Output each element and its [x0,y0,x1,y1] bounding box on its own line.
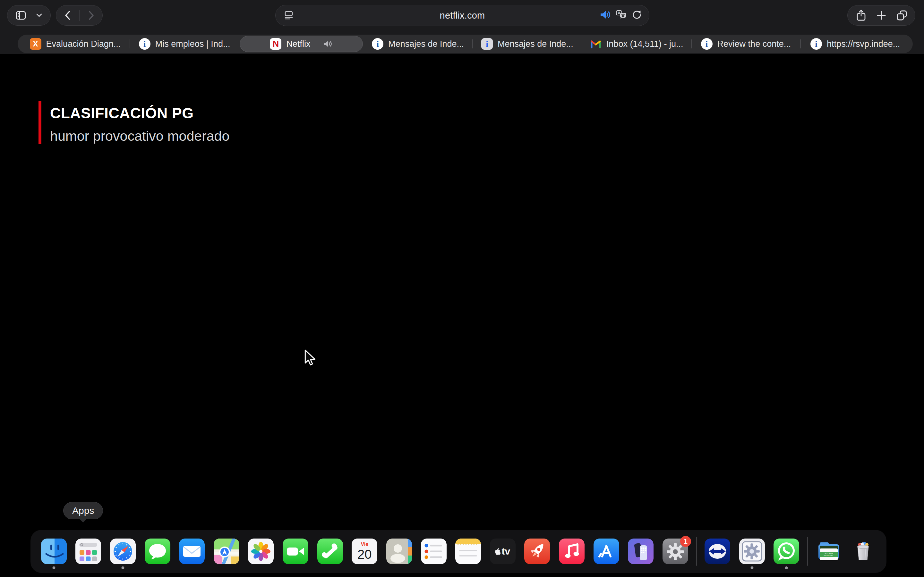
dock-reminders[interactable] [420,538,447,564]
apple-logo-icon [495,548,501,555]
tab-strip: X Evaluación Diagn... i Mis empleos | In… [18,35,913,53]
dock-whatsapp[interactable] [772,538,800,564]
dock-safari[interactable] [109,538,137,564]
dock-phone[interactable] [317,538,344,564]
audio-playing-icon[interactable] [599,10,611,21]
dock-rocket-launcher[interactable] [523,538,551,564]
folder-icon: SISTEMA INTEGRAL DE GESTIÓN UNIVERSITARI… [816,538,842,564]
dock-iphone-mirroring[interactable] [627,538,654,564]
whatsapp-icon [774,538,799,564]
tab-label: Mis empleos | Ind... [155,39,230,49]
notification-badge: 1 [680,536,691,547]
address-bar[interactable]: netflix.com A [275,5,649,26]
rating-subtitle: humor provocativo moderado [50,128,229,144]
trash-icon [850,538,876,564]
tab-rsvp[interactable]: i https://rsvp.indee... [801,35,909,53]
tab-mis-empleos[interactable]: i Mis empleos | Ind... [130,35,239,53]
dock-calendar[interactable]: Vie 20 [351,538,378,564]
back-button[interactable] [61,6,75,24]
chevron-down-icon[interactable] [34,6,44,24]
tab-label: Netflix [286,39,310,49]
dock-mail[interactable] [178,538,206,564]
sidebar-button-group [7,5,51,26]
reload-icon[interactable] [632,10,642,21]
navigation-button-group [56,5,103,26]
mouse-cursor [304,350,318,367]
teamviewer-icon [704,538,730,564]
new-tab-icon[interactable] [874,6,888,24]
iphone-mirroring-icon [628,538,654,564]
dock-music[interactable] [558,538,586,564]
tab-review[interactable]: i Review the conte... [692,35,800,53]
translate-icon[interactable]: A [615,10,627,21]
indeed-app-icon: i [481,38,493,50]
url-text: netflix.com [440,10,485,21]
calendar-weekday: Vie [360,542,368,547]
dock: Vie 20 [31,530,887,573]
dock-config-utility[interactable] [738,538,766,564]
netflix-player-content: CLASIFICACIÓN PG humor provocativo moder… [0,54,924,530]
maps-icon [214,538,239,564]
tab-inbox[interactable]: Inbox (14,511) - ju... [582,35,691,53]
calendar-day: 20 [357,547,372,561]
gmail-icon [590,38,602,50]
tab-label: Mensajes de Inde... [388,39,464,49]
dock-apple-tv[interactable]: tv [489,538,517,564]
tab-overview-icon[interactable] [895,6,909,24]
app-store-icon [594,538,619,564]
folder-document: SISTEMA INTEGRAL DE GESTIÓN UNIVERSITARI… [820,548,838,560]
tab-label: https://rsvp.indee... [827,39,900,49]
netflix-icon: N [270,38,281,50]
divider [79,10,79,21]
reminders-icon [421,538,447,564]
sidebar-toggle-icon[interactable] [14,6,28,24]
dock-photos[interactable] [247,538,275,564]
phone-icon [317,538,343,564]
apple-tv-icon: tv [490,538,515,564]
facetime-icon [283,538,309,564]
tab-label: Evaluación Diagn... [46,39,121,49]
dock-finder[interactable] [40,538,68,564]
dock-contacts[interactable] [385,538,413,564]
mail-icon [179,538,205,564]
music-icon [559,538,585,564]
dock-separator [807,537,808,566]
tab-audio-icon[interactable] [323,40,333,48]
tab-mensajes-2[interactable]: i Mensajes de Inde... [473,35,582,53]
dock-tooltip: Apps [63,502,103,519]
dock-trash[interactable] [849,538,877,564]
rocket-icon [524,538,550,564]
svg-text:A: A [618,11,620,15]
dock-teamviewer[interactable] [704,538,731,564]
running-indicator [52,566,55,569]
running-indicator [121,566,124,569]
dock-facetime[interactable] [282,538,309,564]
indeed-icon: i [139,38,150,50]
messages-icon [145,538,170,564]
indeed-icon: i [811,38,822,50]
tab-netflix-active[interactable]: N Netflix [240,36,363,52]
dock-notes[interactable] [454,538,482,564]
forward-button[interactable] [84,6,98,24]
dock-maps[interactable] [213,538,240,564]
share-icon[interactable] [854,6,868,24]
tab-evaluacion[interactable]: X Evaluación Diagn... [21,35,129,53]
dock-sigu-folder[interactable]: SISTEMA INTEGRAL DE GESTIÓN UNIVERSITARI… [815,538,843,564]
dock-system-settings[interactable]: 1 [662,538,689,564]
dock-apps-launcher[interactable] [74,538,102,564]
maturity-rating-overlay: CLASIFICACIÓN PG humor provocativo moder… [39,101,229,144]
tv-label: tv [501,546,510,557]
tab-mensajes-1[interactable]: i Mensajes de Inde... [363,35,472,53]
indeed-icon: i [701,38,712,50]
tab-label: Mensajes de Inde... [498,39,573,49]
rating-accent-bar [39,101,41,144]
window-actions-group [847,5,915,26]
dock-app-store[interactable] [593,538,620,564]
dock-messages[interactable] [144,538,171,564]
xampp-icon: X [30,38,41,50]
tab-label: Review the conte... [717,39,791,49]
dock-separator [696,537,697,566]
page-format-icon[interactable] [284,10,294,21]
calendar-icon: Vie 20 [352,538,377,564]
macos-screen: netflix.com A [0,0,924,577]
